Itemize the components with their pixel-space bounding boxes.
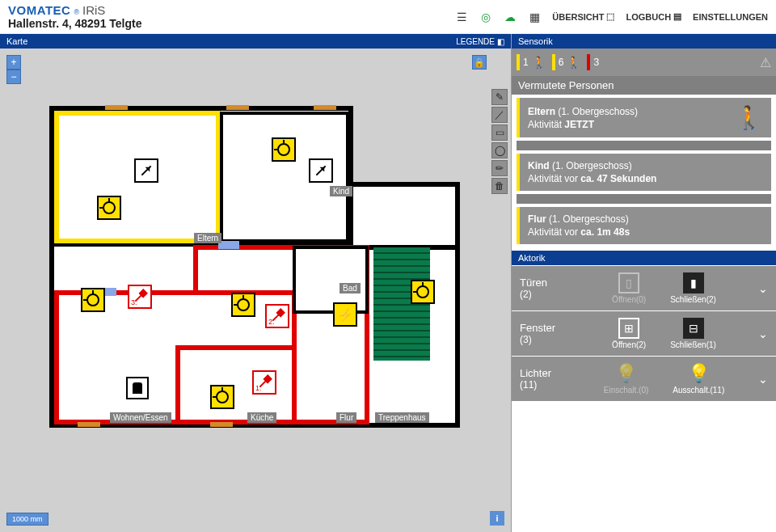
actor-label: Fenster(3) <box>520 322 576 345</box>
warning-triangle-icon[interactable]: ⚠ <box>760 55 771 70</box>
device-electric-hazard[interactable]: ⚡ <box>333 302 357 327</box>
sensor-seg-3: 3 <box>587 54 599 70</box>
door-open-option[interactable]: ▯Öffnen(0) <box>612 272 646 304</box>
tool-rect[interactable]: ▭ <box>491 125 508 141</box>
chevron-down-icon[interactable]: ⌄ <box>758 282 768 295</box>
tool-edit[interactable]: ✏ <box>491 160 508 176</box>
brand-reg: ® <box>74 8 79 16</box>
header-right: ☰ ◎ ☁ ▦ ÜBERSICHT ⬚ LOGBUCH ▤ EINSTELLUN… <box>455 11 768 23</box>
device-light-wohnen1[interactable] <box>81 288 105 312</box>
actor-count: (3) <box>520 334 576 345</box>
device-light-eltern[interactable] <box>97 196 121 220</box>
label-eltern: Eltern <box>194 233 221 243</box>
device-light-kueche[interactable] <box>210 385 234 409</box>
door-close-icon: ▮ <box>683 272 704 293</box>
sensorik-subtitle: Vermutete Personen <box>512 76 776 95</box>
actor-row-tueren: Türen(2) ▯Öffnen(0) ▮Schließen(2) ⌄ <box>512 266 776 310</box>
chevron-down-icon[interactable]: ⌄ <box>758 327 768 340</box>
floorplan: Eltern Kind Bad Küche Flur Wohnen/Essen … <box>48 105 461 429</box>
legend-icon: ◧ <box>497 37 504 46</box>
grid-icon[interactable]: ▦ <box>528 11 541 23</box>
device-extinguisher[interactable] <box>126 377 149 399</box>
tool-delete[interactable]: 🗑 <box>491 178 508 194</box>
zoom-out-button[interactable]: − <box>6 70 21 84</box>
actor-name: Fenster <box>520 322 555 334</box>
zoom-in-button[interactable]: + <box>6 55 21 70</box>
label-kueche: Küche <box>247 412 276 423</box>
chevron-down-icon[interactable]: ⌄ <box>758 373 768 386</box>
person-walk-icon: 🚶 <box>532 56 546 69</box>
cube-icon: ⬚ <box>606 11 614 22</box>
person-card-text: Eltern (1. Obergeschoss) Aktivität JETZT <box>528 106 735 130</box>
nav-logbook[interactable]: LOGBUCH ▤ <box>626 11 681 22</box>
map-title: Karte <box>6 36 27 46</box>
person-act-label: Aktivität <box>528 119 562 130</box>
nav-settings-label: EINSTELLUNGEN <box>693 12 768 22</box>
bar-yellow-icon <box>517 54 520 70</box>
tool-strip: ✎ ／ ▭ ◯ ✏ 🗑 <box>491 89 508 194</box>
sensor-summary-bar: 1🚶 6🚶 3 ⚠ <box>512 49 776 76</box>
device-light-kind[interactable] <box>272 137 296 162</box>
right-panel: Sensorik 1🚶 6🚶 3 ⚠ Vermutete Personen El… <box>511 34 776 532</box>
nav-overview[interactable]: ÜBERSICHT ⬚ <box>552 11 614 22</box>
actor-options: 💡Einschalt.(0) 💡Ausschalt.(11) <box>576 363 752 395</box>
broadcast-icon[interactable]: ◎ <box>479 11 492 23</box>
light-off-option[interactable]: 💡Ausschalt.(11) <box>673 363 724 395</box>
lock-button[interactable]: 🔒 <box>472 55 487 70</box>
bar-red-icon <box>587 54 590 70</box>
person-card-2[interactable]: Flur (1. Obergeschoss) Aktivität vor ca.… <box>517 207 771 244</box>
person-name: Flur <box>528 213 546 225</box>
actor-options: ⊞Öffnen(2) ⊟Schließen(1) <box>576 318 752 349</box>
person-floor: (1. Obergeschoss) <box>558 106 638 117</box>
tool-circle[interactable]: ◯ <box>491 142 508 158</box>
person-act-val: JETZT <box>564 119 594 130</box>
device-light-treppe[interactable] <box>411 280 435 304</box>
app-header: VOMATEC® IRiS Hallenstr. 4, 48291 Telgte… <box>0 0 776 34</box>
window-open-option[interactable]: ⊞Öffnen(2) <box>612 318 646 349</box>
light-on-option[interactable]: 💡Einschalt.(0) <box>604 363 649 395</box>
svg-rect-2 <box>351 184 458 247</box>
light-on-label: Einschalt.(0) <box>604 386 649 395</box>
light-off-label: Ausschalt.(11) <box>673 386 724 395</box>
svg-rect-13 <box>105 105 128 110</box>
person-card-text: Kind (1. Obergeschoss) Aktivität vor ca.… <box>528 160 763 184</box>
svg-rect-15 <box>314 105 336 110</box>
bulb-on-icon: 💡 <box>616 363 637 384</box>
person-card-1[interactable]: Kind (1. Obergeschoss) Aktivität vor ca.… <box>517 154 771 191</box>
person-walk-icon: 🚶 <box>735 104 763 131</box>
window-close-label: Schließen(1) <box>670 340 716 349</box>
svg-rect-14 <box>226 105 249 110</box>
person-card-0[interactable]: Eltern (1. Obergeschoss) Aktivität JETZT… <box>517 98 771 137</box>
actor-name: Türen <box>520 277 547 289</box>
device-light-center[interactable] <box>231 293 255 317</box>
device-detector-3[interactable]: 3. <box>128 285 152 309</box>
nav-logbook-label: LOGBUCH <box>626 12 671 22</box>
tool-pencil[interactable]: ✎ <box>491 89 508 105</box>
list-icon[interactable]: ☰ <box>455 11 468 23</box>
device-detector-kind[interactable] <box>309 158 333 183</box>
door-close-option[interactable]: ▮Schließen(2) <box>670 272 716 304</box>
aktorik-section: Aktorik Türen(2) ▯Öffnen(0) ▮Schließen(2… <box>512 251 776 402</box>
device-detector-2[interactable]: 2. <box>265 304 289 328</box>
sensor-count-2: 6 <box>559 57 564 68</box>
detector-2-num: 2. <box>268 318 275 326</box>
brand-main: VOMATEC <box>8 3 70 17</box>
info-button[interactable]: i <box>490 511 504 526</box>
brand-sub: IRiS <box>82 3 105 17</box>
window-close-icon: ⊟ <box>683 318 704 339</box>
window-open-label: Öffnen(2) <box>612 340 646 349</box>
map-panel: Karte LEGENDE ◧ + − 🔒 ✎ ／ ▭ ◯ ✏ 🗑 <box>0 34 511 532</box>
person-act-val: ca. 47 Sekunden <box>580 173 656 184</box>
sensorik-title-bar: Sensorik <box>512 34 776 49</box>
nav-settings[interactable]: EINSTELLUNGEN <box>693 12 768 22</box>
person-floor: (1. Obergeschoss) <box>552 160 632 171</box>
aktorik-title-bar: Aktorik <box>512 251 776 265</box>
map-area[interactable]: + − 🔒 ✎ ／ ▭ ◯ ✏ 🗑 <box>0 49 511 532</box>
label-treppe: Treppenhaus <box>375 412 429 423</box>
cloud-icon[interactable]: ☁ <box>504 11 517 23</box>
legend-button[interactable]: LEGENDE ◧ <box>456 37 504 46</box>
tool-line[interactable]: ／ <box>491 107 508 123</box>
device-detector-1[interactable]: 1. <box>252 370 276 395</box>
device-detector-eltern[interactable] <box>134 158 158 183</box>
window-close-option[interactable]: ⊟Schließen(1) <box>670 318 716 349</box>
